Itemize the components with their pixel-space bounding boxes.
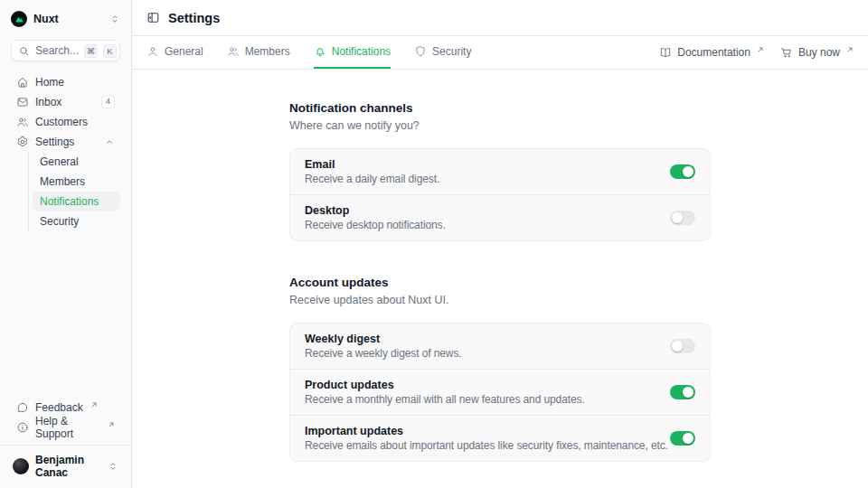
cart-icon xyxy=(780,46,793,59)
info-circle-icon xyxy=(16,421,29,434)
tab-label: Security xyxy=(432,45,471,58)
setting-description: Receive a daily email digest. xyxy=(305,173,656,185)
workspace-switcher[interactable]: Nuxt xyxy=(11,9,120,29)
account-updates-section: Account updates Receive updates about Nu… xyxy=(289,276,711,462)
avatar xyxy=(13,458,29,474)
sidebar-item-settings[interactable]: Settings xyxy=(11,132,120,151)
notification-channels-card: Email Receive a daily email digest. Desk… xyxy=(289,148,711,241)
feedback-label: Feedback xyxy=(35,401,83,414)
setting-row-important-updates: Important updates Receive emails about i… xyxy=(290,415,710,461)
setting-title: Desktop xyxy=(305,204,656,217)
kbd-cmd: ⌘ xyxy=(84,44,98,58)
setting-title: Weekly digest xyxy=(305,333,656,345)
workspace-name: Nuxt xyxy=(33,13,103,25)
setting-title: Important updates xyxy=(305,425,656,437)
page-header: Settings xyxy=(132,0,868,36)
help-support-label: Help & Support xyxy=(35,415,100,440)
sidebar-item-customers[interactable]: Customers xyxy=(11,112,120,131)
account-updates-card: Weekly digest Receive a weekly digest of… xyxy=(289,323,711,462)
sidebar-item-label: Home xyxy=(35,76,115,89)
nuxt-logo-icon xyxy=(11,11,27,27)
sidebar-footer: Feedback Help & Support Benjamin Canac xyxy=(11,398,120,481)
sub-item-label: Members xyxy=(40,175,85,188)
panel-left-icon xyxy=(146,11,160,24)
tab-security[interactable]: Security xyxy=(414,36,471,69)
external-link-icon xyxy=(846,46,854,53)
setting-row-email: Email Receive a daily email digest. xyxy=(290,149,710,194)
sub-item-label: General xyxy=(40,155,79,168)
tab-label: Members xyxy=(245,45,290,58)
tab-general[interactable]: General xyxy=(146,36,203,69)
tabbar-actions: Documentation Buy now xyxy=(659,36,854,69)
collapse-sidebar-button[interactable] xyxy=(146,11,160,24)
documentation-button[interactable]: Documentation xyxy=(659,46,764,59)
tabs: General Members Notifications Security xyxy=(146,36,471,69)
section-title: Account updates xyxy=(289,276,711,289)
chevron-up-down-icon xyxy=(109,14,120,24)
users-icon xyxy=(227,45,240,58)
setting-row-weekly-digest: Weekly digest Receive a weekly digest of… xyxy=(290,324,710,369)
gear-icon xyxy=(16,136,29,148)
sidebar-nav: Home Inbox 4 Customers Settings General … xyxy=(11,72,120,230)
sidebar-item-label: Customers xyxy=(35,116,115,128)
weekly-digest-toggle[interactable] xyxy=(670,339,695,353)
main-panel: Settings General Members Notifications S… xyxy=(132,0,868,488)
email-toggle[interactable] xyxy=(670,164,695,179)
buy-now-button[interactable]: Buy now xyxy=(780,46,854,59)
desktop-toggle[interactable] xyxy=(670,211,695,225)
setting-description: Receive a weekly digest of news. xyxy=(305,347,656,360)
help-support-link[interactable]: Help & Support xyxy=(11,418,120,437)
chevron-up-down-icon xyxy=(108,461,118,472)
user-menu[interactable]: Benjamin Canac xyxy=(11,446,120,481)
product-updates-toggle[interactable] xyxy=(670,385,695,399)
sub-item-label: Notifications xyxy=(40,195,99,208)
setting-title: Email xyxy=(305,158,656,171)
settings-subtree: General Members Notifications Security xyxy=(28,152,120,230)
sub-item-label: Security xyxy=(40,215,79,228)
important-updates-toggle[interactable] xyxy=(670,431,695,446)
search-input[interactable]: Search... ⌘ K xyxy=(11,40,120,61)
section-subtitle: Where can we notify you? xyxy=(289,119,711,132)
tab-notifications[interactable]: Notifications xyxy=(314,36,391,69)
settings-tabbar: General Members Notifications Security D… xyxy=(132,36,868,70)
tab-label: Notifications xyxy=(332,45,391,58)
external-link-icon xyxy=(757,46,764,53)
buy-now-label: Buy now xyxy=(798,46,840,59)
external-link-icon xyxy=(108,421,115,428)
users-icon xyxy=(16,116,29,128)
user-icon xyxy=(146,45,159,58)
setting-description: Receive a monthly email with all new fea… xyxy=(305,393,656,406)
setting-row-product-updates: Product updates Receive a monthly email … xyxy=(290,369,710,415)
section-title: Notification channels xyxy=(289,101,711,115)
search-icon xyxy=(18,45,30,57)
external-link-icon xyxy=(90,401,98,408)
inbox-count-badge: 4 xyxy=(101,95,115,108)
sidebar-item-label: Inbox xyxy=(35,96,95,108)
sidebar-item-inbox[interactable]: Inbox 4 xyxy=(11,92,120,111)
settings-content: Notification channels Where can we notif… xyxy=(132,70,868,488)
sidebar-item-notifications[interactable]: Notifications xyxy=(33,192,120,211)
sidebar-item-label: Settings xyxy=(35,136,98,148)
sidebar-item-security[interactable]: Security xyxy=(33,211,120,230)
notification-channels-section: Notification channels Where can we notif… xyxy=(289,101,711,241)
tab-members[interactable]: Members xyxy=(227,36,290,69)
setting-description: Receive desktop notifications. xyxy=(305,219,656,231)
shield-icon xyxy=(414,45,427,58)
setting-title: Product updates xyxy=(305,379,656,391)
setting-description: Receive emails about important updates l… xyxy=(305,439,656,452)
home-icon xyxy=(16,76,29,89)
tab-label: General xyxy=(165,45,203,58)
page-title: Settings xyxy=(168,11,220,25)
bell-icon xyxy=(314,45,326,58)
documentation-label: Documentation xyxy=(677,46,750,59)
kbd-k: K xyxy=(103,44,117,58)
sidebar-item-general[interactable]: General xyxy=(33,152,120,171)
user-name: Benjamin Canac xyxy=(35,454,101,479)
chevron-up-icon xyxy=(104,136,115,147)
sidebar-item-home[interactable]: Home xyxy=(11,72,120,91)
section-subtitle: Receive updates about Nuxt UI. xyxy=(289,294,711,306)
search-placeholder: Search... xyxy=(35,44,79,57)
chat-bubble-icon xyxy=(16,401,29,414)
sidebar: Nuxt Search... ⌘ K Home Inbox 4 Customer… xyxy=(0,0,132,488)
sidebar-item-members[interactable]: Members xyxy=(33,172,120,191)
